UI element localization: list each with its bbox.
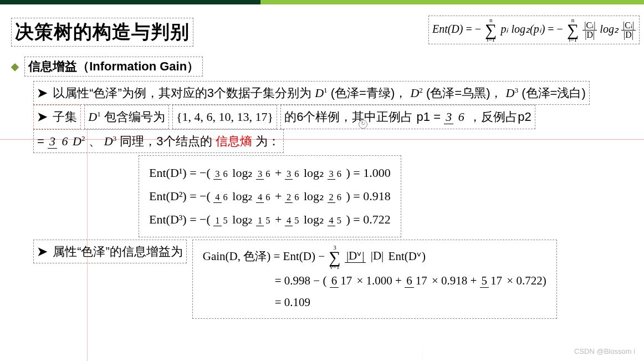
- sigma-icon: 3 ∑ v=1: [329, 245, 340, 270]
- text: 属性“色泽”的信息增益为: [53, 245, 183, 258]
- entropy-row-1: Ent(D¹) = −( 36 log₂ 36 + 36 log₂ 36 ) =…: [149, 161, 391, 185]
- sigma-icon: n ∑ i=1: [485, 17, 497, 43]
- entropy-values-box: Ent(D¹) = −( 36 log₂ 36 + 36 log₂ 36 ) =…: [139, 155, 401, 237]
- fraction: |Dᵛ| |D|: [345, 249, 389, 263]
- text: 包含编号为: [104, 110, 165, 124]
- editor-guide-horizontal: [0, 139, 644, 140]
- fraction-den: 6: [457, 110, 466, 124]
- math-D2: D2: [73, 134, 85, 148]
- sigma-lower: i=1: [487, 37, 495, 43]
- arrow-bullet-icon: ➤: [37, 245, 47, 258]
- math-D3: D3: [104, 134, 116, 148]
- fraction: 3 6: [48, 134, 73, 149]
- math-D1: D1: [315, 86, 327, 100]
- text: (色泽=青绿)，: [331, 86, 407, 100]
- entropy-row-2: Ent(D²) = −( 46 log₂ 46 + 26 log₂ 26 ) =…: [149, 185, 391, 208]
- slide-title: 决策树的构造与判别: [11, 18, 193, 47]
- fraction: |Cᵢ| |D|: [621, 21, 636, 39]
- watermark: CSDN @Blossom i: [574, 347, 635, 355]
- highlight-term: 信息熵: [216, 134, 252, 148]
- section-heading: 信息增益（Information Gain）: [24, 57, 203, 77]
- bullet-line-subset-definition: ➤ 以属性“色泽”为例，其对应的3个数据子集分别为 D1 (色泽=青绿)， D2…: [33, 81, 590, 105]
- fraction: |Cᵢ| |D|: [582, 21, 597, 39]
- text: 子集: [53, 110, 77, 124]
- slide-top-bar: [0, 0, 644, 4]
- entropy-row-3: Ent(D³) = −( 15 log₂ 15 + 45 log₂ 45 ) =…: [149, 208, 391, 231]
- math-D2: D2: [410, 86, 422, 100]
- text: ，反例占p2: [469, 110, 531, 124]
- fraction: 3 6: [444, 110, 469, 124]
- arrow-bullet-icon: ➤: [37, 110, 47, 124]
- fraction-den: |D|: [583, 30, 596, 39]
- sigma-lower: i=1: [569, 37, 577, 43]
- index-set: {1, 4, 6, 10, 13, 17}: [172, 105, 277, 129]
- fraction-num: 3: [48, 134, 57, 149]
- text: 、: [89, 134, 101, 148]
- text: (色泽=乌黑)，: [426, 86, 503, 100]
- text: =: [37, 134, 44, 148]
- rotate-handle-icon[interactable]: ↻: [359, 120, 367, 129]
- topbar-right: [260, 0, 644, 4]
- sigma-icon: n ∑ i=1: [567, 17, 579, 43]
- formula-term: pᵢ log₂(pᵢ): [500, 23, 545, 35]
- arrow-bullet-icon: ➤: [37, 86, 47, 100]
- text: 同理，3个结点的: [120, 134, 212, 148]
- math-D1: D1: [88, 110, 100, 124]
- formula-text: log₂: [600, 23, 621, 35]
- math-D3: D3: [506, 86, 518, 100]
- fraction-num: |Cᵢ|: [621, 21, 636, 30]
- editor-guide-vertical: [87, 129, 88, 361]
- fraction-num: |Cᵢ|: [582, 21, 597, 30]
- fraction-den: |D|: [622, 30, 635, 39]
- topbar-left: [0, 0, 260, 4]
- diamond-bullet-icon: ◆: [11, 61, 19, 72]
- bullet-line-gain: ➤ 属性“色泽”的信息增益为: [33, 240, 187, 263]
- text: 以属性“色泽”为例，其对应的3个数据子集分别为: [53, 86, 311, 100]
- fraction-den: 6: [60, 134, 69, 148]
- formula-text: = −: [466, 23, 481, 35]
- formula-lhs: Ent(D): [432, 23, 463, 35]
- formula-text: = −: [548, 23, 563, 35]
- fraction-num: 3: [444, 110, 453, 124]
- entropy-definition-formula: Ent(D) = − n ∑ i=1 pᵢ log₂(pᵢ) = − n ∑ i…: [428, 16, 640, 44]
- text: 为：: [255, 134, 280, 148]
